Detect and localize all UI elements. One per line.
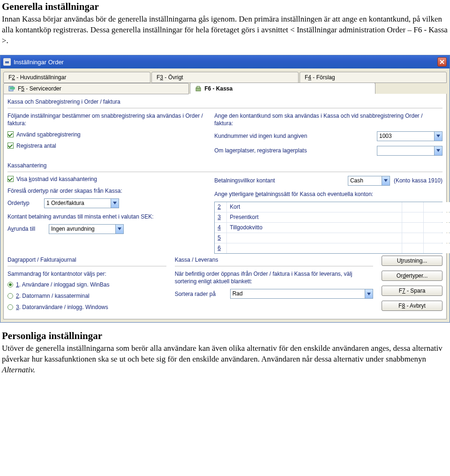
- chevron-down-icon: [111, 199, 119, 208]
- combo-sortera[interactable]: Rad: [230, 289, 373, 299]
- close-button[interactable]: [437, 57, 447, 67]
- combo-value: [377, 146, 434, 155]
- table-row: 4 Tillgodokvitto: [215, 223, 442, 233]
- tab-f2[interactable]: F2 - Huvudinställningar: [3, 72, 150, 83]
- checkbox-icon: [8, 131, 14, 137]
- settings-window: Inställningar Order F2 - Huvudinställnin…: [0, 55, 450, 323]
- desc-snabb-right: Ange den kontantkund som ska användas i …: [214, 112, 442, 127]
- row-index: 4: [215, 223, 227, 233]
- desc-snabb-left: Följande inställningar bestämmer om snab…: [8, 112, 206, 127]
- payment-name-cell[interactable]: Kort: [227, 202, 402, 212]
- chevron-down-icon: [365, 289, 373, 298]
- svg-marker-12: [384, 179, 388, 182]
- button-f7-spara[interactable]: F7 - Spara: [382, 286, 442, 296]
- checkbox-registrera-antal[interactable]: Registrera antal: [8, 143, 206, 149]
- table-row: 3 Presentkort: [215, 212, 442, 223]
- payment-name-cell[interactable]: Tillgodokvitto: [227, 223, 402, 233]
- desc-extra-betal: Ange ytterligare betalningssätt för Kass…: [214, 190, 442, 198]
- doc-heading-2: Personliga inställningar: [2, 329, 448, 342]
- label-kundnummer: Kundnummer vid ingen kund angiven: [214, 133, 373, 139]
- window-titlebar: Inställningar Order: [0, 55, 450, 68]
- combo-payment-account[interactable]: [423, 223, 450, 233]
- combo-payment-account[interactable]: [423, 243, 450, 253]
- combo-value: Rad: [231, 289, 365, 298]
- combo-lagerplats[interactable]: [377, 146, 442, 156]
- doc-paragraph-2: Utöver de generella inställningarna som …: [2, 343, 448, 376]
- section-title-kassahantering: Kassahantering: [8, 162, 442, 169]
- label-betalningsvillkor: Betalningsvillkor kontant: [214, 177, 344, 184]
- svg-marker-9: [436, 149, 440, 152]
- label-ordertyp: Ordertyp: [8, 200, 40, 206]
- tab-f4[interactable]: F4 - Förslag: [300, 72, 447, 83]
- payment-methods-table: 2 Kort 3 Presentkort 4 Tillgodokvitto: [214, 202, 442, 254]
- checkbox-label: Visa kostnad vid kassahantering: [16, 176, 97, 182]
- tab-f5-serviceorder[interactable]: F5 - Serviceorder: [3, 83, 189, 94]
- checkbox-icon: [8, 143, 14, 149]
- svg-marker-11: [118, 227, 121, 230]
- radio-label: 2. Datornamn / kassaterminal: [16, 293, 90, 299]
- radio-label: 1. Användare / inloggad sign. WinBas: [16, 281, 109, 288]
- checkbox-label: Använd snabbregistrering: [16, 131, 81, 138]
- checkbox-label: Registrera antal: [16, 143, 56, 149]
- combo-payment-account[interactable]: [423, 233, 450, 243]
- tabs-row-top: F2 - Huvudinställningar F3 - Övrigt F4 -…: [0, 68, 450, 83]
- section-title-dagrapport: Dagrapport / Fakturajournal: [8, 257, 166, 263]
- chevron-down-icon: [115, 225, 123, 234]
- chevron-down-icon: [434, 146, 442, 155]
- row-index: 2: [215, 202, 227, 212]
- combo-value: Ingen avrundning: [49, 225, 115, 234]
- svg-rect-1: [5, 60, 9, 61]
- row-index: 3: [215, 212, 227, 222]
- label-avrunda: Avrunda till: [8, 226, 45, 232]
- row-index: 5: [215, 233, 227, 243]
- window-icon: [3, 58, 11, 66]
- doc-heading-1: Generella inställningar: [2, 0, 448, 13]
- button-ordertyper[interactable]: Ordertyper...: [382, 271, 442, 281]
- combo-payment-account[interactable]: [423, 202, 450, 212]
- radio-label: 3. Datoranvändare / inlogg. Windows: [16, 304, 108, 310]
- checkbox-snabbregistrering[interactable]: Använd snabbregistrering: [8, 131, 206, 138]
- combo-value: Cash: [348, 176, 382, 185]
- table-row: 6: [215, 243, 442, 253]
- button-utrustning[interactable]: Utrustning...: [382, 256, 442, 266]
- kassa-icon: [195, 85, 202, 92]
- radio-icon: [8, 304, 13, 310]
- desc-avrundning: Kontant betalning avrundas till minsta e…: [8, 213, 206, 220]
- combo-payment-account[interactable]: [423, 212, 450, 222]
- radio-opt-3[interactable]: 3. Datoranvändare / inlogg. Windows: [8, 304, 166, 310]
- close-icon: [440, 60, 444, 64]
- row-index: 6: [215, 243, 227, 253]
- table-row: 2 Kort: [215, 202, 442, 212]
- svg-rect-7: [197, 86, 200, 88]
- combo-value: 1 Order/faktura: [45, 199, 111, 208]
- tabs-row-bottom: F5 - Serviceorder F6 - Kassa: [0, 83, 450, 94]
- payment-name-cell[interactable]: Presentkort: [227, 212, 402, 222]
- payment-name-cell[interactable]: [227, 243, 402, 253]
- radio-opt-2[interactable]: 2. Datornamn / kassaterminal: [8, 293, 166, 299]
- checkbox-icon: [8, 176, 14, 182]
- window-title: Inställningar Order: [14, 59, 64, 66]
- combo-betalningsvillkor[interactable]: Cash: [348, 176, 390, 186]
- combo-value: 1003: [377, 132, 434, 141]
- section-title-kassa-leverans: Kassa / Leverans: [175, 257, 373, 263]
- svg-rect-5: [10, 87, 15, 89]
- tab-f3[interactable]: F3 - Övrigt: [151, 72, 299, 83]
- tab-panel-kassa: Kassa och Snabbregistrering i Order / fa…: [3, 94, 447, 319]
- radio-icon: [8, 282, 13, 287]
- combo-avrunda[interactable]: Ingen avrundning: [49, 224, 124, 234]
- doc-paragraph-1: Innan Kassa börjar användas bör de gener…: [2, 14, 448, 46]
- radio-icon: [8, 293, 13, 299]
- combo-kundnummer[interactable]: 1003: [377, 131, 442, 141]
- serviceorder-icon: [8, 85, 15, 92]
- combo-ordertyp[interactable]: 1 Order/faktura: [44, 198, 119, 208]
- button-f8-avbryt[interactable]: F8 - Avbryt: [382, 301, 442, 311]
- tab-f6-kassa[interactable]: F6 - Kassa: [190, 83, 375, 94]
- radio-opt-1[interactable]: 1. Användare / inloggad sign. WinBas: [8, 281, 166, 288]
- checkbox-visa-kostnad[interactable]: Visa kostnad vid kassahantering: [8, 176, 206, 182]
- label-lagerplats: Om lagerplatser, registrera lagerplats: [214, 147, 373, 154]
- svg-marker-8: [436, 135, 440, 137]
- chevron-down-icon: [382, 176, 390, 185]
- payment-name-cell[interactable]: [227, 233, 402, 243]
- section-title-snabb: Kassa och Snabbregistrering i Order / fa…: [8, 98, 442, 105]
- desc-dagrapport: Sammandrag för kontantnotor väljs per:: [8, 270, 166, 278]
